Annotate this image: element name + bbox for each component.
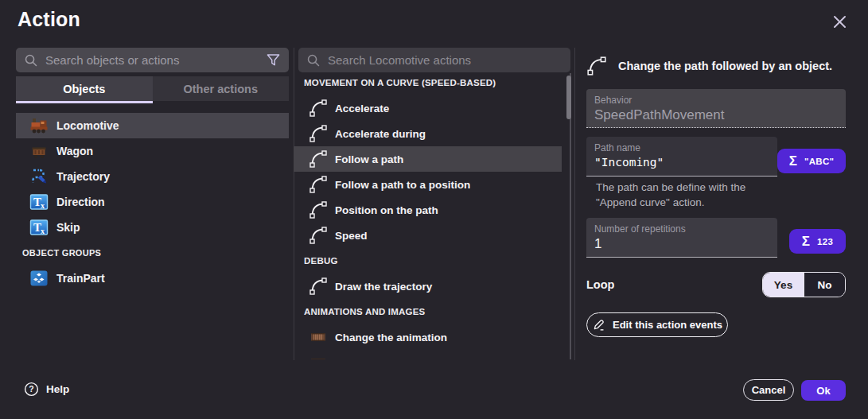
cancel-button[interactable]: Cancel	[743, 379, 794, 401]
behavior-field: Behavior SpeedPathMovement	[586, 89, 846, 128]
edit-action-events-button[interactable]: Edit this action events	[586, 312, 728, 337]
tab-objects-label: Objects	[63, 83, 105, 95]
curve-icon	[309, 99, 328, 118]
list-item-label: Wagon	[56, 145, 93, 157]
action-dialog: Action Objects Other actions Locomotive …	[0, 0, 868, 419]
action-item-accelerate[interactable]: Accelerate	[294, 95, 562, 121]
expression-type-label: 123	[817, 237, 833, 246]
action-item-position-on-the-path[interactable]: Position on the path	[294, 197, 562, 223]
loop-no-button[interactable]: No	[804, 273, 845, 297]
objects-search-box[interactable]	[16, 48, 289, 72]
action-item-label: Follow a path to a position	[335, 179, 470, 191]
object-groups-header-label: OBJECT GROUPS	[22, 248, 101, 258]
panel-divider-right	[574, 48, 575, 360]
curve-icon	[309, 200, 328, 219]
action-description: Change the path followed by an object.	[618, 60, 832, 72]
help-button[interactable]: ? Help	[24, 382, 69, 397]
cancel-label: Cancel	[752, 384, 786, 396]
list-item-skip[interactable]: Tx Skip	[16, 215, 289, 240]
action-item-follow-a-path-to-a-position[interactable]: Follow a path to a position	[294, 172, 562, 197]
close-icon[interactable]	[828, 10, 850, 33]
sigma-icon: Σ	[802, 234, 810, 250]
list-item-trajectory[interactable]: Trajectory	[16, 164, 289, 189]
filter-icon[interactable]	[266, 52, 281, 68]
section-header-label: DEBUG	[304, 256, 338, 266]
object-groups-header: OBJECT GROUPS	[16, 240, 289, 266]
expression-type-label: "ABC"	[804, 157, 834, 166]
text-object-icon: Tx	[29, 192, 49, 211]
list-item-trainpart[interactable]: TrainPart	[16, 266, 289, 291]
scrollbar-thumb[interactable]	[566, 76, 571, 119]
actions-search-box[interactable]	[298, 48, 570, 72]
path-help-text: The path can be define with the "Append …	[596, 180, 835, 210]
help-label: Help	[46, 383, 69, 395]
tab-other-actions[interactable]: Other actions	[153, 76, 290, 101]
list-item-wagon[interactable]: Wagon	[16, 138, 289, 164]
action-item-label: Speed	[335, 230, 368, 242]
action-description-row: Change the path followed by an object.	[586, 56, 846, 76]
svg-text:?: ?	[29, 385, 33, 394]
ok-label: Ok	[816, 385, 830, 397]
action-item-follow-a-path[interactable]: Follow a path	[294, 146, 562, 172]
loop-yes-label: Yes	[774, 279, 792, 291]
ok-button[interactable]: Ok	[801, 380, 846, 401]
edit-action-events-label: Edit this action events	[613, 319, 722, 331]
action-item-label: Accelerate during	[335, 128, 426, 140]
action-item-label: Follow a path	[335, 153, 403, 165]
search-icon	[24, 53, 38, 68]
svg-text:x: x	[41, 227, 45, 235]
group-icon	[29, 269, 49, 288]
curve-icon	[309, 149, 328, 169]
action-item-draw-the-trajectory[interactable]: Draw the trajectory	[294, 274, 562, 299]
svg-text:x: x	[41, 201, 45, 210]
actions-search-input[interactable]	[328, 53, 562, 67]
loop-no-label: No	[818, 279, 832, 291]
path-help-line1: The path can be define with the	[596, 180, 835, 196]
objects-search-input[interactable]	[45, 53, 266, 67]
behavior-field-value: SpeedPathMovement	[594, 107, 838, 123]
search-icon	[306, 53, 321, 68]
loop-toggle: Yes No	[762, 272, 846, 297]
left-panel-tabs: Objects Other actions	[16, 76, 289, 101]
repetitions-field-label: Number of repetitions	[594, 223, 769, 235]
behavior-field-label: Behavior	[594, 95, 838, 106]
list-item-label: Direction	[56, 196, 105, 208]
help-circle-icon: ?	[24, 382, 39, 397]
list-item-label: Trajectory	[56, 170, 110, 183]
path-name-field[interactable]: Path name	[586, 137, 777, 177]
action-item-label: Position on the path	[335, 204, 438, 216]
repetitions-field[interactable]: Number of repetitions	[586, 218, 777, 258]
tab-objects[interactable]: Objects	[16, 76, 153, 101]
path-name-field-label: Path name	[594, 142, 769, 153]
list-item-label: Skip	[56, 221, 80, 234]
locomotive-icon	[29, 116, 49, 135]
objects-list: Locomotive Wagon Trajectory Tx Direction…	[16, 113, 289, 291]
curve-icon	[309, 277, 328, 296]
path-name-input[interactable]	[594, 156, 769, 169]
curve-icon	[309, 226, 328, 245]
loop-label: Loop	[586, 278, 614, 291]
text-object-icon: Tx	[29, 218, 49, 237]
list-item-label: TrainPart	[56, 272, 105, 285]
list-item-locomotive[interactable]: Locomotive	[16, 113, 289, 138]
curve-icon	[309, 124, 328, 143]
list-item-direction[interactable]: Tx Direction	[16, 189, 289, 215]
path-expression-button[interactable]: Σ "ABC"	[777, 149, 846, 173]
pencil-icon	[592, 318, 605, 332]
curve-icon	[586, 56, 607, 76]
section-header-label: ANIMATIONS AND IMAGES	[304, 307, 425, 316]
action-item-change-the-animation[interactable]: Change the animation	[294, 324, 562, 350]
path-help-line2: "Append curve" action.	[596, 196, 835, 211]
section-header: ANIMATIONS AND IMAGES	[294, 299, 562, 324]
actions-list: MOVEMENT ON A CURVE (SPEED-BASED) Accele…	[294, 70, 562, 359]
action-item-speed[interactable]: Speed	[294, 223, 562, 248]
repetitions-input[interactable]	[594, 236, 769, 252]
repetitions-expression-button[interactable]: Σ 123	[789, 229, 846, 254]
action-item-partial[interactable]	[294, 350, 562, 359]
sigma-icon: Σ	[789, 153, 797, 169]
trajectory-icon	[29, 167, 49, 186]
section-header-label: MOVEMENT ON A CURVE (SPEED-BASED)	[304, 78, 496, 87]
section-header: MOVEMENT ON A CURVE (SPEED-BASED)	[294, 70, 562, 95]
loop-yes-button[interactable]: Yes	[763, 273, 804, 297]
action-item-accelerate-during[interactable]: Accelerate during	[294, 121, 562, 146]
